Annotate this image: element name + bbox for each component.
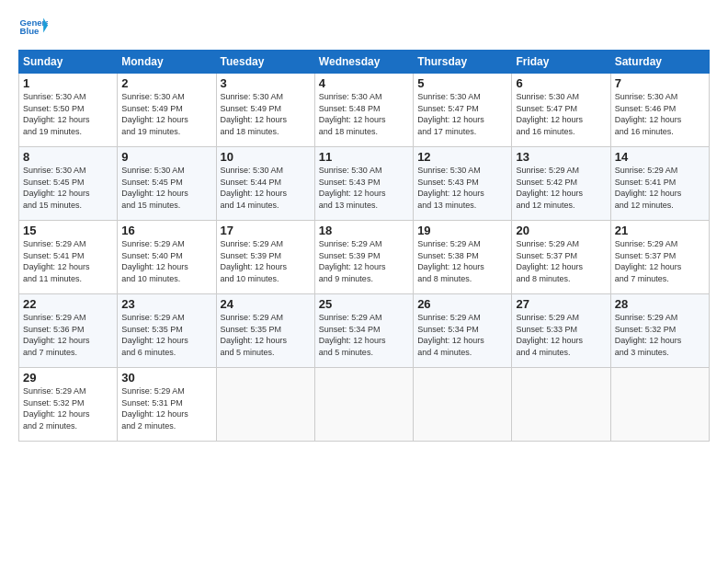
day-info: Sunrise: 5:30 AM Sunset: 5:44 PM Dayligh… (221, 165, 311, 211)
day-info: Sunrise: 5:30 AM Sunset: 5:49 PM Dayligh… (121, 91, 211, 137)
day-cell: 18Sunrise: 5:29 AM Sunset: 5:39 PM Dayli… (314, 221, 413, 294)
day-cell: 9Sunrise: 5:30 AM Sunset: 5:45 PM Daylig… (118, 147, 216, 221)
day-cell: 25Sunrise: 5:29 AM Sunset: 5:34 PM Dayli… (314, 294, 413, 368)
day-number: 2 (121, 76, 211, 90)
day-number: 3 (221, 76, 311, 90)
day-cell: 30Sunrise: 5:29 AM Sunset: 5:31 PM Dayli… (118, 368, 216, 442)
weekday-tuesday: Tuesday (216, 51, 314, 74)
day-cell: 24Sunrise: 5:29 AM Sunset: 5:35 PM Dayli… (216, 294, 314, 368)
day-number: 23 (121, 297, 211, 311)
day-cell: 6Sunrise: 5:30 AM Sunset: 5:47 PM Daylig… (512, 74, 610, 147)
day-info: Sunrise: 5:30 AM Sunset: 5:49 PM Dayligh… (221, 91, 311, 137)
day-number: 20 (516, 224, 606, 237)
day-info: Sunrise: 5:29 AM Sunset: 5:37 PM Dayligh… (516, 238, 606, 284)
day-info: Sunrise: 5:30 AM Sunset: 5:45 PM Dayligh… (23, 165, 113, 211)
day-cell: 26Sunrise: 5:29 AM Sunset: 5:34 PM Dayli… (414, 294, 512, 368)
day-cell: 2Sunrise: 5:30 AM Sunset: 5:49 PM Daylig… (118, 74, 216, 147)
week-row-5: 29Sunrise: 5:29 AM Sunset: 5:32 PM Dayli… (19, 368, 710, 442)
day-cell: 19Sunrise: 5:29 AM Sunset: 5:38 PM Dayli… (414, 221, 512, 294)
day-cell: 10Sunrise: 5:30 AM Sunset: 5:44 PM Dayli… (216, 147, 314, 221)
logo-icon: General Blue (18, 15, 48, 40)
day-info: Sunrise: 5:30 AM Sunset: 5:45 PM Dayligh… (121, 165, 211, 211)
day-number: 19 (417, 224, 507, 237)
day-info: Sunrise: 5:30 AM Sunset: 5:43 PM Dayligh… (319, 165, 409, 211)
day-info: Sunrise: 5:30 AM Sunset: 5:47 PM Dayligh… (516, 91, 606, 137)
logo: General Blue (18, 15, 48, 40)
day-info: Sunrise: 5:29 AM Sunset: 5:42 PM Dayligh… (516, 165, 606, 211)
day-info: Sunrise: 5:29 AM Sunset: 5:34 PM Dayligh… (417, 312, 507, 358)
week-row-2: 8Sunrise: 5:30 AM Sunset: 5:45 PM Daylig… (19, 147, 710, 221)
weekday-header-row: SundayMondayTuesdayWednesdayThursdayFrid… (19, 51, 710, 74)
day-info: Sunrise: 5:29 AM Sunset: 5:34 PM Dayligh… (319, 312, 409, 358)
day-info: Sunrise: 5:29 AM Sunset: 5:38 PM Dayligh… (417, 238, 507, 284)
day-info: Sunrise: 5:29 AM Sunset: 5:33 PM Dayligh… (516, 312, 606, 358)
week-row-1: 1Sunrise: 5:30 AM Sunset: 5:50 PM Daylig… (19, 74, 710, 147)
day-cell: 12Sunrise: 5:30 AM Sunset: 5:43 PM Dayli… (414, 147, 512, 221)
weekday-saturday: Saturday (610, 51, 709, 74)
day-number: 13 (516, 150, 606, 164)
day-info: Sunrise: 5:30 AM Sunset: 5:46 PM Dayligh… (615, 91, 705, 137)
day-number: 26 (417, 297, 507, 311)
day-cell: 8Sunrise: 5:30 AM Sunset: 5:45 PM Daylig… (19, 147, 118, 221)
day-cell: 20Sunrise: 5:29 AM Sunset: 5:37 PM Dayli… (512, 221, 610, 294)
day-cell: 3Sunrise: 5:30 AM Sunset: 5:49 PM Daylig… (216, 74, 314, 147)
day-cell: 27Sunrise: 5:29 AM Sunset: 5:33 PM Dayli… (512, 294, 610, 368)
day-number: 10 (221, 150, 311, 164)
day-info: Sunrise: 5:29 AM Sunset: 5:36 PM Dayligh… (23, 312, 113, 358)
day-cell: 22Sunrise: 5:29 AM Sunset: 5:36 PM Dayli… (19, 294, 118, 368)
day-info: Sunrise: 5:29 AM Sunset: 5:37 PM Dayligh… (615, 238, 705, 284)
day-number: 11 (319, 150, 409, 164)
day-info: Sunrise: 5:29 AM Sunset: 5:31 PM Dayligh… (121, 385, 211, 431)
day-info: Sunrise: 5:30 AM Sunset: 5:50 PM Dayligh… (23, 91, 113, 137)
day-number: 4 (319, 76, 409, 90)
day-info: Sunrise: 5:30 AM Sunset: 5:48 PM Dayligh… (319, 91, 409, 137)
day-number: 21 (615, 224, 705, 237)
day-cell: 13Sunrise: 5:29 AM Sunset: 5:42 PM Dayli… (512, 147, 610, 221)
day-number: 7 (615, 76, 705, 90)
calendar: SundayMondayTuesdayWednesdayThursdayFrid… (18, 50, 710, 442)
day-cell: 16Sunrise: 5:29 AM Sunset: 5:40 PM Dayli… (118, 221, 216, 294)
day-cell (216, 368, 314, 442)
day-info: Sunrise: 5:29 AM Sunset: 5:39 PM Dayligh… (319, 238, 409, 284)
day-cell (610, 368, 709, 442)
weekday-sunday: Sunday (19, 51, 118, 74)
day-cell: 23Sunrise: 5:29 AM Sunset: 5:35 PM Dayli… (118, 294, 216, 368)
day-number: 14 (615, 150, 705, 164)
day-cell: 7Sunrise: 5:30 AM Sunset: 5:46 PM Daylig… (610, 74, 709, 147)
day-number: 5 (417, 76, 507, 90)
day-info: Sunrise: 5:30 AM Sunset: 5:47 PM Dayligh… (417, 91, 507, 137)
day-cell: 4Sunrise: 5:30 AM Sunset: 5:48 PM Daylig… (314, 74, 413, 147)
day-number: 6 (516, 76, 606, 90)
day-number: 24 (221, 297, 311, 311)
svg-text:Blue: Blue (20, 26, 40, 36)
day-number: 17 (221, 224, 311, 237)
week-row-4: 22Sunrise: 5:29 AM Sunset: 5:36 PM Dayli… (19, 294, 710, 368)
day-number: 16 (121, 224, 211, 237)
day-cell: 14Sunrise: 5:29 AM Sunset: 5:41 PM Dayli… (610, 147, 709, 221)
day-cell (512, 368, 610, 442)
day-cell: 21Sunrise: 5:29 AM Sunset: 5:37 PM Dayli… (610, 221, 709, 294)
day-number: 1 (23, 76, 113, 90)
day-number: 22 (23, 297, 113, 311)
day-number: 18 (319, 224, 409, 237)
day-cell (414, 368, 512, 442)
day-number: 15 (23, 224, 113, 237)
day-cell: 28Sunrise: 5:29 AM Sunset: 5:32 PM Dayli… (610, 294, 709, 368)
weekday-wednesday: Wednesday (314, 51, 413, 74)
day-number: 28 (615, 297, 705, 311)
day-info: Sunrise: 5:29 AM Sunset: 5:41 PM Dayligh… (615, 165, 705, 211)
day-info: Sunrise: 5:29 AM Sunset: 5:41 PM Dayligh… (23, 238, 113, 284)
header: General Blue (18, 15, 710, 40)
weekday-friday: Friday (512, 51, 610, 74)
day-info: Sunrise: 5:29 AM Sunset: 5:35 PM Dayligh… (121, 312, 211, 358)
day-cell: 17Sunrise: 5:29 AM Sunset: 5:39 PM Dayli… (216, 221, 314, 294)
day-cell: 29Sunrise: 5:29 AM Sunset: 5:32 PM Dayli… (19, 368, 118, 442)
day-number: 29 (23, 371, 113, 385)
day-info: Sunrise: 5:29 AM Sunset: 5:32 PM Dayligh… (23, 385, 113, 431)
day-number: 8 (23, 150, 113, 164)
day-cell (314, 368, 413, 442)
day-number: 12 (417, 150, 507, 164)
weekday-monday: Monday (118, 51, 216, 74)
day-number: 30 (121, 371, 211, 385)
week-row-3: 15Sunrise: 5:29 AM Sunset: 5:41 PM Dayli… (19, 221, 710, 294)
